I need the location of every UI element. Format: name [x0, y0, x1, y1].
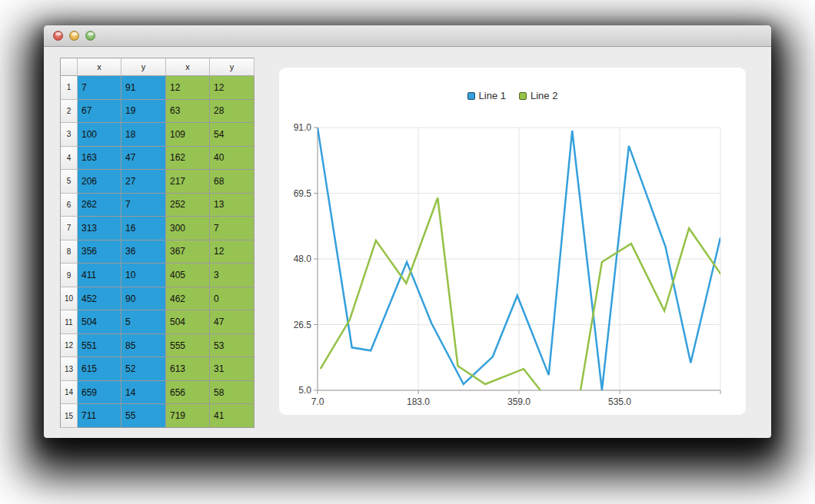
table-cell[interactable]: 54: [210, 123, 254, 147]
minimize-button-icon[interactable]: [69, 31, 79, 41]
table-cell[interactable]: 252: [166, 194, 210, 217]
table-cell[interactable]: 162: [166, 147, 210, 171]
app-window: xyxy179112122671963283100181095441634716…: [44, 25, 771, 438]
table-cell[interactable]: 14: [121, 381, 166, 405]
table-cell[interactable]: 12: [210, 240, 254, 264]
table-cell[interactable]: 55: [121, 404, 166, 428]
table-cell[interactable]: 47: [210, 310, 254, 334]
table-cell[interactable]: 5: [121, 310, 166, 334]
row-header[interactable]: 7: [61, 217, 78, 240]
table-cell[interactable]: 36: [121, 240, 166, 264]
svg-text:91.0: 91.0: [294, 122, 312, 133]
table-cell[interactable]: 41: [210, 404, 254, 428]
table-cell[interactable]: 405: [166, 264, 210, 287]
table-cell[interactable]: 18: [121, 123, 166, 147]
table-cell[interactable]: 31: [210, 357, 254, 381]
table-cell[interactable]: 85: [121, 334, 166, 358]
table-cell[interactable]: 90: [121, 287, 166, 311]
table-cell[interactable]: 504: [78, 310, 121, 334]
row-header[interactable]: 6: [61, 194, 78, 217]
svg-text:7.0: 7.0: [311, 396, 324, 407]
row-header[interactable]: 12: [61, 334, 78, 358]
table-cell[interactable]: 262: [78, 194, 121, 217]
table-cell[interactable]: 504: [166, 310, 210, 334]
svg-text:69.5: 69.5: [294, 188, 312, 199]
window-titlebar[interactable]: [44, 25, 771, 47]
zoom-button-icon[interactable]: [85, 31, 95, 41]
table-cell[interactable]: 452: [78, 287, 121, 311]
row-header[interactable]: 14: [61, 381, 78, 405]
table-cell[interactable]: 367: [166, 240, 210, 264]
table-cell[interactable]: 163: [78, 147, 121, 171]
table-cell[interactable]: 411: [78, 264, 121, 287]
row-header[interactable]: 4: [61, 147, 78, 171]
column-header-2[interactable]: y: [121, 58, 166, 76]
row-header[interactable]: 15: [61, 404, 78, 428]
chart-legend: Line 1Line 2: [279, 90, 746, 101]
legend-marker-icon: [467, 92, 475, 100]
table-cell[interactable]: 12: [166, 76, 210, 100]
chart-gridlines: [318, 128, 720, 390]
table-cell[interactable]: 613: [166, 357, 210, 381]
table-cell[interactable]: 615: [78, 357, 121, 381]
row-header[interactable]: 11: [61, 310, 78, 334]
table-cell[interactable]: 63: [166, 100, 210, 124]
table-cell[interactable]: 7: [210, 217, 254, 240]
table-cell[interactable]: 462: [166, 287, 210, 311]
table-cell[interactable]: 16: [121, 217, 166, 240]
row-header[interactable]: 13: [61, 357, 78, 381]
table-cell[interactable]: 356: [78, 240, 121, 264]
table-cell[interactable]: 217: [166, 170, 210, 194]
table-cell[interactable]: 13: [210, 194, 254, 217]
table-cell[interactable]: 67: [78, 100, 121, 124]
table-cell[interactable]: 53: [210, 334, 254, 358]
table-cell[interactable]: 300: [166, 217, 210, 240]
legend-label: Line 1: [479, 90, 506, 101]
table-cell[interactable]: 28: [210, 100, 254, 124]
traffic-lights: [53, 31, 95, 41]
table-cell[interactable]: 12: [210, 76, 254, 100]
chart-panel: 91.069.548.026.55.07.0183.0359.0535.0 Li…: [279, 68, 746, 415]
column-header-3[interactable]: x: [166, 58, 210, 76]
table-cell[interactable]: 206: [78, 170, 121, 194]
table-cell[interactable]: 3: [210, 264, 254, 287]
row-header[interactable]: 9: [61, 264, 78, 287]
table-cell[interactable]: 719: [166, 404, 210, 428]
table-cell[interactable]: 52: [121, 357, 166, 381]
column-header-1[interactable]: x: [78, 58, 121, 76]
svg-text:535.0: 535.0: [608, 396, 631, 407]
table-cell[interactable]: 47: [121, 147, 166, 171]
row-header[interactable]: 8: [61, 240, 78, 264]
table-cell[interactable]: 0: [210, 287, 254, 311]
legend-marker-icon: [519, 92, 527, 100]
row-header[interactable]: 10: [61, 287, 78, 311]
table-cell[interactable]: 7: [78, 76, 121, 100]
close-button-icon[interactable]: [53, 31, 63, 41]
table-cell[interactable]: 659: [78, 381, 121, 405]
table-cell[interactable]: 711: [78, 404, 121, 428]
table-corner-cell[interactable]: [61, 58, 78, 76]
table-cell[interactable]: 7: [121, 194, 166, 217]
row-header[interactable]: 3: [61, 123, 78, 147]
data-table: xyxy179112122671963283100181095441634716…: [60, 58, 254, 428]
table-cell[interactable]: 27: [121, 170, 166, 194]
table-cell[interactable]: 58: [210, 381, 254, 405]
table-cell[interactable]: 100: [78, 123, 121, 147]
row-header[interactable]: 2: [61, 100, 78, 124]
table-cell[interactable]: 656: [166, 381, 210, 405]
table-cell[interactable]: 19: [121, 100, 166, 124]
desktop-stage: xyxy179112122671963283100181095441634716…: [0, 0, 815, 504]
chart-axes: [314, 128, 720, 394]
svg-text:359.0: 359.0: [507, 396, 531, 407]
column-header-4[interactable]: y: [210, 58, 254, 76]
table-cell[interactable]: 40: [210, 147, 254, 171]
table-cell[interactable]: 313: [78, 217, 121, 240]
table-cell[interactable]: 109: [166, 123, 210, 147]
table-cell[interactable]: 91: [121, 76, 166, 100]
table-cell[interactable]: 10: [121, 264, 166, 287]
table-cell[interactable]: 555: [166, 334, 210, 358]
row-header[interactable]: 5: [61, 170, 78, 194]
table-cell[interactable]: 551: [78, 334, 121, 358]
row-header[interactable]: 1: [61, 76, 78, 100]
table-cell[interactable]: 68: [210, 170, 254, 194]
